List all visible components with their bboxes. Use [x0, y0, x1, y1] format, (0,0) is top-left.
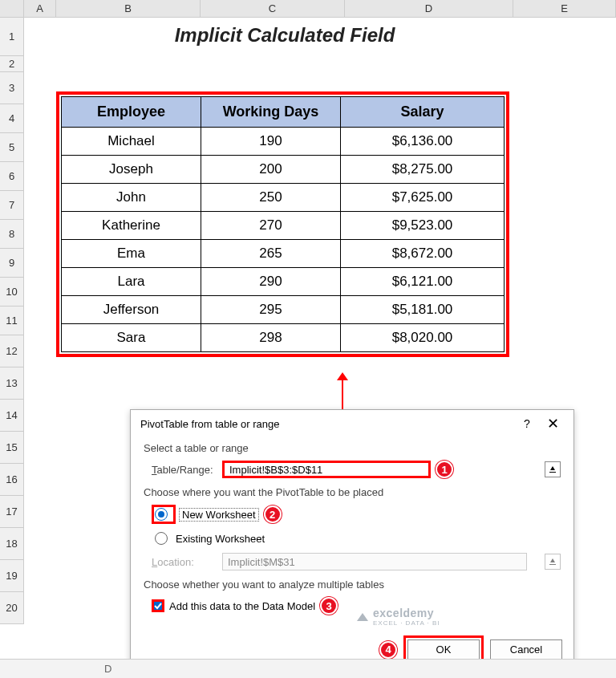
cell[interactable]: 295 [201, 296, 341, 324]
header-working-days[interactable]: Working Days [201, 97, 341, 128]
table-row[interactable]: John250$7,625.00 [62, 184, 505, 212]
section-select-range: Select a table or range [144, 442, 561, 454]
row-header-15[interactable]: 15 [0, 432, 24, 464]
help-button[interactable]: ? [516, 417, 538, 430]
row-header-8[interactable]: 8 [0, 220, 24, 249]
dialog-title-text: PivotTable from table or range [140, 418, 516, 430]
range-picker-button[interactable] [545, 461, 561, 477]
annotation-badge-2: 2 [264, 505, 282, 523]
table-header-row: Employee Working Days Salary [62, 97, 505, 128]
cell[interactable]: Katherine [62, 212, 201, 240]
header-salary[interactable]: Salary [341, 97, 505, 128]
location-label: Location: [152, 556, 222, 568]
row-header-2[interactable]: 2 [0, 56, 24, 72]
cell[interactable]: 290 [201, 268, 341, 296]
spreadsheet-area[interactable]: Implicit Calculated Field Employee Worki… [24, 18, 616, 624]
svg-rect-0 [549, 472, 556, 473]
row-header-18[interactable]: 18 [0, 528, 24, 560]
close-button[interactable]: ✕ [538, 415, 567, 432]
cancel-button[interactable]: Cancel [490, 639, 562, 660]
sheet-tab-bar[interactable]: D [0, 659, 616, 678]
cell[interactable]: 190 [201, 128, 341, 156]
cell[interactable]: Ema [62, 240, 201, 268]
cell[interactable]: Sara [62, 324, 201, 352]
row-headers: 1 2 3 4 5 6 7 8 9 10 11 12 13 14 15 16 1… [0, 18, 24, 624]
col-header-E[interactable]: E [513, 0, 616, 17]
row-header-5[interactable]: 5 [0, 133, 24, 162]
column-headers: A B C D E [0, 0, 616, 18]
section-multiple-tables: Choose whether you want to analyze multi… [144, 579, 561, 591]
collapse-dialog-icon [548, 557, 557, 566]
checkbox-data-model-label: Add this data to the Data Model [169, 600, 315, 612]
cell[interactable]: Michael [62, 128, 201, 156]
cell[interactable]: $7,625.00 [341, 184, 505, 212]
table-row[interactable]: Katherine270$9,523.00 [62, 212, 505, 240]
cell[interactable]: 265 [201, 240, 341, 268]
cell[interactable]: 270 [201, 212, 341, 240]
row-header-13[interactable]: 13 [0, 367, 24, 400]
row-header-11[interactable]: 11 [0, 307, 24, 335]
annotation-arrow-head [337, 372, 348, 380]
annotation-badge-1: 1 [436, 461, 453, 478]
row-header-16[interactable]: 16 [0, 464, 24, 496]
annotation-badge-4: 4 [379, 641, 397, 659]
radio-new-worksheet[interactable]: New Worksheet 2 [152, 505, 561, 524]
collapse-dialog-icon [548, 465, 557, 474]
pivottable-dialog: PivotTable from table or range ? ✕ Selec… [130, 409, 574, 674]
cell[interactable]: $9,523.00 [341, 212, 505, 240]
radio-existing-worksheet-label: Existing Worksheet [176, 533, 265, 545]
table-row[interactable]: Lara290$6,121.00 [62, 268, 505, 296]
cell[interactable]: $6,136.00 [341, 128, 505, 156]
cell[interactable]: Joseph [62, 156, 201, 184]
row-header-3[interactable]: 3 [0, 72, 24, 104]
table-row[interactable]: Michael190$6,136.00 [62, 128, 505, 156]
employee-table: Employee Working Days Salary Michael190$… [61, 96, 505, 352]
cell[interactable]: $8,672.00 [341, 240, 505, 268]
cell[interactable]: $5,181.00 [341, 296, 505, 324]
cell[interactable]: $6,121.00 [341, 268, 505, 296]
cell[interactable]: $8,275.00 [341, 156, 505, 184]
radio-existing-worksheet[interactable]: Existing Worksheet [152, 529, 561, 548]
radio-new-worksheet-label: New Worksheet [179, 508, 259, 522]
cell[interactable]: John [62, 184, 201, 212]
row-header-9[interactable]: 9 [0, 249, 24, 278]
row-header-17[interactable]: 17 [0, 496, 24, 528]
location-picker-button [545, 554, 561, 570]
watermark: exceldemyEXCEL · DATA · BI [355, 607, 440, 627]
table-row[interactable]: Jefferson295$5,181.00 [62, 296, 505, 324]
cell[interactable]: 250 [201, 184, 341, 212]
cell[interactable]: Jefferson [62, 296, 201, 324]
table-range-input[interactable] [222, 461, 431, 478]
section-placement: Choose where you want the PivotTable to … [144, 486, 561, 498]
select-all-corner[interactable] [0, 0, 24, 17]
table-row[interactable]: Ema265$8,672.00 [62, 240, 505, 268]
annotation-badge-3: 3 [320, 597, 338, 615]
table-row[interactable]: Sara298$8,020.00 [62, 324, 505, 352]
row-header-12[interactable]: 12 [0, 335, 24, 367]
page-title: Implicit Calculated Field [56, 24, 513, 47]
ok-button[interactable]: OK [407, 639, 480, 660]
row-header-6[interactable]: 6 [0, 162, 24, 191]
row-header-14[interactable]: 14 [0, 400, 24, 432]
row-header-20[interactable]: 20 [0, 592, 24, 624]
row-header-7[interactable]: 7 [0, 191, 24, 220]
dialog-titlebar[interactable]: PivotTable from table or range ? ✕ [131, 410, 573, 437]
sheet-tab[interactable]: D [104, 663, 111, 675]
cell[interactable]: Lara [62, 268, 201, 296]
row-header-4[interactable]: 4 [0, 104, 24, 133]
header-employee[interactable]: Employee [62, 97, 201, 128]
cell[interactable]: $8,020.00 [341, 324, 505, 352]
checkbox-icon [152, 599, 164, 612]
table-row[interactable]: Joseph200$8,275.00 [62, 156, 505, 184]
col-header-B[interactable]: B [56, 0, 201, 17]
col-header-C[interactable]: C [201, 0, 345, 17]
col-header-D[interactable]: D [345, 0, 513, 17]
svg-rect-1 [549, 564, 556, 565]
cell[interactable]: 200 [201, 156, 341, 184]
row-header-1[interactable]: 1 [0, 18, 24, 56]
row-header-19[interactable]: 19 [0, 560, 24, 592]
col-header-A[interactable]: A [24, 0, 56, 17]
watermark-icon [355, 610, 370, 624]
row-header-10[interactable]: 10 [0, 278, 24, 307]
cell[interactable]: 298 [201, 324, 341, 352]
